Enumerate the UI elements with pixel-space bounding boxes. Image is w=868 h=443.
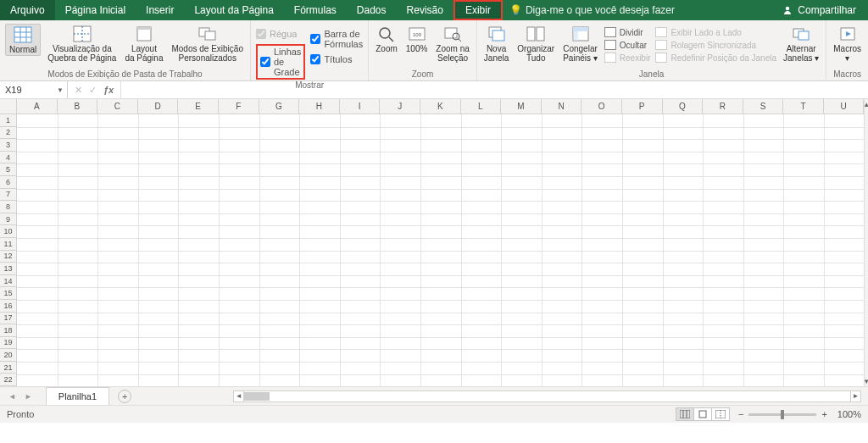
macros-button[interactable]: Macros ▾ [832, 24, 863, 63]
row-header[interactable]: 15 [0, 287, 17, 300]
row-header[interactable]: 4 [0, 152, 17, 164]
row-header[interactable]: 9 [0, 213, 17, 226]
page-break-icon [73, 25, 92, 42]
row-header[interactable]: 12 [0, 251, 17, 263]
cells[interactable] [17, 114, 864, 386]
column-header[interactable]: N [542, 99, 582, 114]
group-window: Nova Janela Organizar Tudo Congelar Pain… [477, 20, 826, 80]
row-header[interactable]: 16 [0, 300, 17, 313]
column-header[interactable]: C [97, 99, 138, 114]
zoom-in-button[interactable]: + [821, 409, 826, 419]
column-header[interactable]: G [259, 99, 300, 114]
column-header[interactable]: K [420, 99, 461, 114]
tab-arquivo[interactable]: Arquivo [0, 0, 55, 20]
column-header[interactable]: S [743, 99, 784, 114]
tab-página-inicial[interactable]: Página Inicial [55, 0, 136, 20]
tab-revisão[interactable]: Revisão [397, 0, 453, 20]
column-header[interactable]: H [299, 99, 340, 114]
row-header[interactable]: 19 [0, 337, 17, 350]
arrange-all-button[interactable]: Organizar Tudo [515, 24, 556, 63]
scroll-up-icon[interactable]: ▲ [865, 99, 868, 109]
tab-layout-da-página[interactable]: Layout da Página [184, 0, 283, 20]
row-header[interactable]: 10 [0, 225, 17, 238]
gridlines-checkbox[interactable]: Linhas de Grade [256, 44, 305, 80]
hide-button[interactable]: Ocultar [604, 40, 651, 50]
tab-fórmulas[interactable]: Fórmulas [284, 0, 347, 20]
row-headers[interactable]: 12345678910111213141516171819202122 [0, 114, 17, 386]
column-header[interactable]: M [501, 99, 542, 114]
vertical-scrollbar[interactable]: ▲ ▼ [864, 99, 868, 386]
row-header[interactable]: 13 [0, 263, 17, 275]
name-box[interactable]: X19 ▼ [0, 81, 68, 98]
row-header[interactable]: 1 [0, 114, 17, 127]
row-header[interactable]: 18 [0, 324, 17, 337]
row-header[interactable]: 5 [0, 163, 17, 176]
row-header[interactable]: 20 [0, 349, 17, 362]
column-header[interactable]: R [703, 99, 743, 114]
freeze-panes-button[interactable]: Congelar Painéis ▾ [561, 24, 599, 63]
column-header[interactable]: Q [663, 99, 704, 114]
tab-dados[interactable]: Dados [347, 0, 397, 20]
row-header[interactable]: 14 [0, 275, 17, 288]
column-header[interactable]: P [622, 99, 663, 114]
column-header[interactable]: O [581, 99, 622, 114]
add-sheet-button[interactable]: + [118, 390, 131, 403]
scroll-thumb[interactable] [244, 392, 270, 401]
row-header[interactable]: 17 [0, 313, 17, 325]
row-header[interactable]: 8 [0, 201, 17, 213]
sync-scroll-button: Rolagem Sincronizada [655, 40, 776, 50]
page-layout-view-button[interactable] [693, 407, 712, 421]
column-header[interactable]: I [340, 99, 381, 114]
view-normal-button[interactable]: Normal [5, 24, 41, 56]
formula-bar[interactable] [120, 81, 868, 98]
select-all-corner[interactable] [0, 99, 17, 114]
switch-windows-button[interactable]: Alternar Janelas ▾ [782, 24, 821, 63]
scroll-right-icon[interactable]: ► [850, 391, 860, 401]
scroll-left-icon[interactable]: ◄ [234, 391, 244, 401]
column-header[interactable]: A [17, 99, 58, 114]
magnifier-icon [377, 25, 396, 42]
zoom-button[interactable]: Zoom [374, 24, 399, 53]
view-page-layout-button[interactable]: Layout da Página [123, 24, 164, 63]
column-header[interactable]: U [824, 99, 865, 114]
row-header[interactable]: 11 [0, 238, 17, 251]
insert-function-button[interactable]: ƒx [103, 85, 114, 95]
zoom-selection-button[interactable]: Zoom na Seleção [434, 24, 470, 63]
tell-me[interactable]: 💡 Diga-me o que você deseja fazer [503, 0, 682, 20]
column-headers[interactable]: ABCDEFGHIJKLMNOPQRSTU [0, 99, 864, 114]
column-header[interactable]: T [783, 99, 824, 114]
column-header[interactable]: J [380, 99, 420, 114]
zoom-slider[interactable]: − + 100% [738, 409, 861, 419]
column-header[interactable]: L [461, 99, 502, 114]
share-button[interactable]: Compartilhar [771, 0, 868, 20]
new-window-button[interactable]: Nova Janela [482, 24, 510, 63]
column-header[interactable]: E [178, 99, 219, 114]
sheet-nav[interactable]: ◄► [0, 392, 41, 401]
zoom-out-button[interactable]: − [738, 409, 743, 419]
scroll-down-icon[interactable]: ▼ [865, 376, 868, 386]
row-header[interactable]: 7 [0, 189, 17, 202]
page-break-view-button[interactable] [711, 407, 730, 421]
zoom-100-button[interactable]: 100 100% [404, 24, 430, 53]
view-custom-views-button[interactable]: Modos de Exibição Personalizados [170, 24, 245, 63]
row-header[interactable]: 3 [0, 139, 17, 152]
sheet-tab[interactable]: Planilha1 [46, 387, 109, 405]
svg-rect-26 [573, 27, 578, 41]
formula-bar-checkbox[interactable]: Barra de Fórmulas [310, 29, 363, 49]
headings-checkbox[interactable]: Títulos [310, 54, 363, 64]
view-page-break-button[interactable]: Visualização da Quebra de Página [46, 24, 118, 63]
column-header[interactable]: D [138, 99, 179, 114]
sheet-tab-bar: ◄► Planilha1 + ◄ ► [0, 386, 868, 405]
column-header[interactable]: B [58, 99, 98, 114]
horizontal-scrollbar[interactable]: ◄ ► [233, 390, 861, 402]
row-header[interactable]: 21 [0, 362, 17, 374]
normal-view-button[interactable] [676, 407, 694, 421]
split-button[interactable]: Dividir [604, 27, 651, 37]
row-header[interactable]: 22 [0, 374, 17, 386]
row-header[interactable]: 6 [0, 176, 17, 189]
column-header[interactable]: F [219, 99, 259, 114]
tab-inserir[interactable]: Inserir [136, 0, 184, 20]
row-header[interactable]: 2 [0, 127, 17, 140]
tab-exibir[interactable]: Exibir [453, 0, 503, 20]
svg-rect-34 [699, 411, 706, 418]
